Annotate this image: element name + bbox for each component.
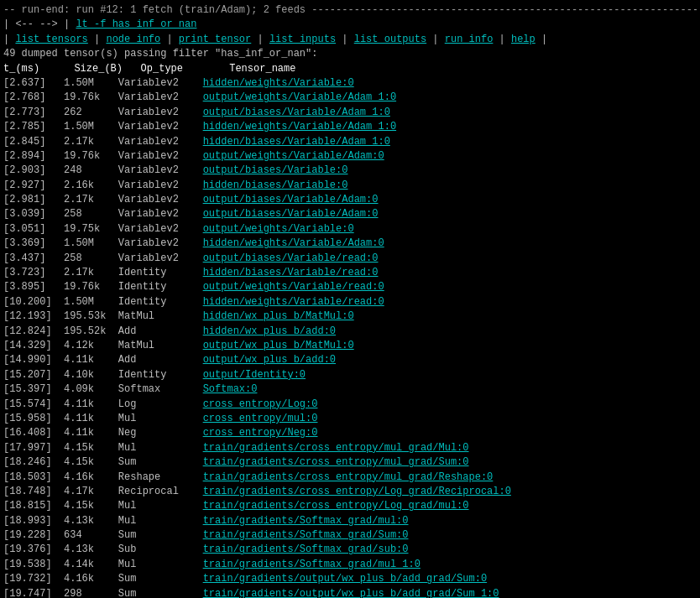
table-row: [2.768] 19.76k Variablev2 output/weights…	[3, 91, 697, 105]
table-row: [2.845] 2.17k Variablev2 hidden/biases/V…	[3, 135, 697, 149]
tensor-name-link[interactable]: train/gradients/cross_entropy/mul_grad/M…	[203, 442, 469, 454]
table-row: [19.538] 4.14k Mul train/gradients/Softm…	[3, 558, 697, 572]
table-row: [2.927] 2.16k Variablev2 hidden/biases/V…	[3, 179, 697, 193]
tensor-name-link[interactable]: output/Identity:0	[203, 369, 306, 381]
tensor-name-link[interactable]: train/gradients/Softmax_grad/Sum:0	[203, 529, 409, 541]
tensor-name-link[interactable]: hidden/weights/Variable/read:0	[203, 296, 384, 308]
tensor-name-link[interactable]: train/gradients/output/wx_plus_b/add_gra…	[203, 573, 487, 585]
tensor-name-link[interactable]: hidden/biases/Variable:0	[203, 179, 348, 191]
tensor-name-link[interactable]: output/biases/Variable/Adam:0	[203, 194, 379, 205]
tensor-name-link[interactable]: Softmax:0	[203, 383, 258, 395]
tensor-name-link[interactable]: output/weights/Variable/Adam_1:0	[203, 91, 396, 103]
terminal-window: -- run-end: run #12: 1 fetch (train/Adam…	[3, 3, 697, 598]
table-row: [18.993] 4.13k Mul train/gradients/Softm…	[3, 514, 697, 528]
table-row: [17.997] 4.15k Mul train/gradients/cross…	[3, 441, 697, 455]
table-row: [2.637] 1.50M Variablev2 hidden/weights/…	[3, 76, 697, 91]
lt-link[interactable]: lt -f has_inf_or_nan	[76, 18, 196, 30]
table-row: [3.369] 1.50M Variablev2 hidden/weights/…	[3, 237, 697, 251]
print-tensor-link[interactable]: print_tensor	[179, 34, 251, 45]
table-row: [10.200] 1.50M Identity hidden/weights/V…	[3, 295, 697, 309]
table-row: [18.748] 4.17k Reciprocal train/gradient…	[3, 485, 697, 499]
tensor-name-link[interactable]: output/weights/Variable/Adam:0	[203, 150, 384, 162]
tensor-name-link[interactable]: train/gradients/cross_entropy/mul_grad/S…	[203, 456, 469, 468]
nav-line-2: | list_tensors | node_info | print_tenso…	[3, 33, 697, 47]
tensor-name-link[interactable]: hidden/weights/Variable/Adam:0	[203, 237, 384, 249]
table-row: [19.747] 298 Sum train/gradients/output/…	[3, 587, 697, 598]
table-row: [3.437] 258 Variablev2 output/biases/Var…	[3, 252, 697, 266]
table-row: [18.246] 4.15k Sum train/gradients/cross…	[3, 455, 697, 470]
table-row: [2.894] 19.76k Variablev2 output/weights…	[3, 149, 697, 164]
list-tensors-link[interactable]: list_tensors	[15, 34, 87, 45]
table-row: [3.895] 19.76k Identity output/weights/V…	[3, 280, 697, 294]
table-row: [2.785] 1.50M Variablev2 hidden/weights/…	[3, 120, 697, 134]
column-headers: t_(ms) Size_(B) Op_type Tensor_name	[3, 62, 697, 76]
table-row: [2.773] 262 Variablev2 output/biases/Var…	[3, 106, 697, 120]
tensor-name-link[interactable]: hidden/wx_plus_b/add:0	[203, 325, 336, 337]
tensor-name-link[interactable]: output/biases/Variable/Adam_1:0	[203, 107, 390, 118]
help-link[interactable]: help	[511, 34, 535, 45]
table-row: [3.723] 2.17k Identity hidden/biases/Var…	[3, 266, 697, 280]
tensor-name-link[interactable]: hidden/weights/Variable/Adam_1:0	[203, 121, 396, 133]
tensor-name-link[interactable]: hidden/biases/Variable/read:0	[203, 267, 379, 278]
table-row: [15.207] 4.10k Identity output/Identity:…	[3, 368, 697, 382]
table-row: [2.903] 248 Variablev2 output/biases/Var…	[3, 164, 697, 178]
filter-description: 49 dumped tensor(s) passing filter "has_…	[3, 47, 697, 61]
table-row: [15.574] 4.11k Log cross_entropy/Log:0	[3, 398, 697, 412]
list-outputs-link[interactable]: list_outputs	[354, 34, 426, 45]
tensor-name-link[interactable]: train/gradients/Softmax_grad/mul_1:0	[203, 559, 421, 570]
table-row: [19.228] 634 Sum train/gradients/Softmax…	[3, 528, 697, 543]
table-row: [14.990] 4.11k Add output/wx_plus_b/add:…	[3, 353, 697, 367]
tensor-name-link[interactable]: output/wx_plus_b/MatMul:0	[203, 340, 354, 351]
table-row: [12.824] 195.52k Add hidden/wx_plus_b/ad…	[3, 325, 697, 339]
table-row: [3.039] 258 Variablev2 output/biases/Var…	[3, 207, 697, 221]
tensor-name-link[interactable]: train/gradients/cross_entropy/Log_grad/R…	[203, 486, 511, 497]
tensor-name-link[interactable]: output/wx_plus_b/add:0	[203, 354, 336, 366]
tensor-name-link[interactable]: cross_entropy/mul:0	[203, 413, 318, 424]
tensor-name-link[interactable]: output/weights/Variable/read:0	[203, 281, 384, 293]
nav-line-1: | <-- --> | lt -f has_inf_or_nan	[3, 18, 697, 32]
tensor-name-link[interactable]: output/biases/Variable:0	[203, 164, 348, 176]
tensor-name-link[interactable]: hidden/wx_plus_b/MatMul:0	[203, 310, 354, 322]
table-row: [18.503] 4.16k Reshape train/gradients/c…	[3, 471, 697, 485]
table-row: [2.981] 2.17k Variablev2 output/biases/V…	[3, 193, 697, 207]
tensor-name-link[interactable]: hidden/biases/Variable/Adam_1:0	[203, 136, 390, 148]
tensor-name-link[interactable]: train/gradients/Softmax_grad/sub:0	[203, 543, 409, 555]
table-row: [15.397] 4.09k Softmax Softmax:0	[3, 382, 697, 397]
table-row: [18.815] 4.15k Mul train/gradients/cross…	[3, 499, 697, 513]
table-row: [14.329] 4.12k MatMul output/wx_plus_b/M…	[3, 339, 697, 353]
table-row: [3.051] 19.75k Variablev2 output/weights…	[3, 222, 697, 237]
table-row: [19.376] 4.13k Sub train/gradients/Softm…	[3, 543, 697, 557]
tensor-name-link[interactable]: train/gradients/output/wx_plus_b/add_gra…	[203, 588, 499, 598]
tensor-name-link[interactable]: hidden/weights/Variable:0	[203, 77, 354, 89]
table-row: [16.408] 4.11k Neg cross_entropy/Neg:0	[3, 426, 697, 440]
header-top-separator: -- run-end: run #12: 1 fetch (train/Adam…	[3, 3, 697, 18]
tensor-name-link[interactable]: output/biases/Variable/read:0	[203, 252, 379, 264]
table-row: [19.732] 4.16k Sum train/gradients/outpu…	[3, 572, 697, 586]
list-inputs-link[interactable]: list_inputs	[269, 34, 336, 45]
node-info-link[interactable]: node_info	[106, 34, 160, 45]
tensor-list: [2.637] 1.50M Variablev2 hidden/weights/…	[3, 76, 697, 598]
tensor-name-link[interactable]: train/gradients/Softmax_grad/mul:0	[203, 515, 409, 527]
tensor-name-link[interactable]: cross_entropy/Neg:0	[203, 427, 318, 439]
run-info-link[interactable]: run_info	[445, 34, 494, 45]
tensor-name-link[interactable]: train/gradients/cross_entropy/Log_grad/m…	[203, 500, 469, 512]
tensor-name-link[interactable]: output/weights/Variable:0	[203, 223, 354, 235]
table-row: [12.193] 195.53k MatMul hidden/wx_plus_b…	[3, 309, 697, 324]
tensor-name-link[interactable]: train/gradients/cross_entropy/mul_grad/R…	[203, 471, 494, 483]
table-row: [15.958] 4.11k Mul cross_entropy/mul:0	[3, 412, 697, 426]
tensor-name-link[interactable]: cross_entropy/Log:0	[203, 398, 318, 410]
tensor-name-link[interactable]: output/biases/Variable/Adam:0	[203, 208, 379, 220]
